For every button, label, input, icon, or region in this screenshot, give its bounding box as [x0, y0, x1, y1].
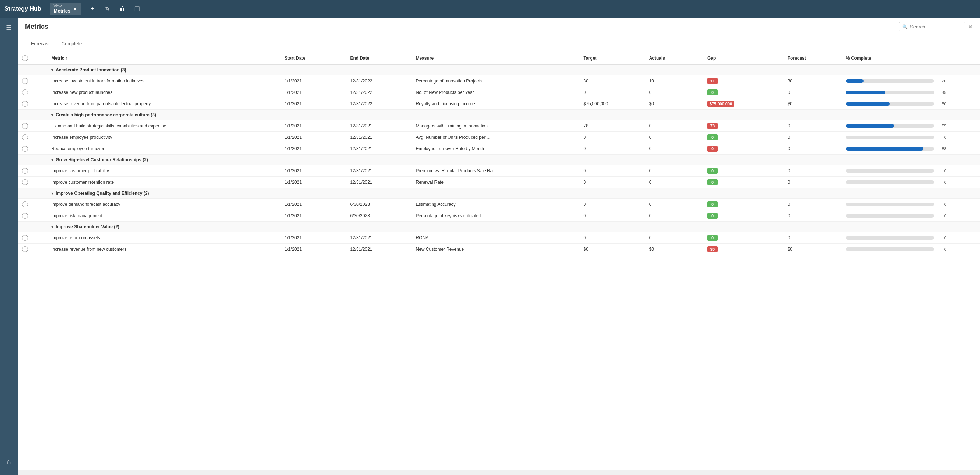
collapse-icon[interactable]: ▾ [51, 68, 53, 73]
nav-label-small: View [54, 4, 71, 8]
close-icon[interactable]: ✕ [968, 24, 973, 30]
row-select-cell[interactable] [18, 87, 47, 98]
row-checkbox[interactable] [22, 168, 28, 174]
row-select-cell[interactable] [18, 98, 47, 110]
row-checkbox[interactable] [22, 246, 28, 252]
row-actuals: $0 [645, 98, 703, 110]
row-actuals: 19 [645, 75, 703, 87]
collapse-icon[interactable]: ▾ [51, 191, 53, 196]
content-header: Metrics 🔍 ✕ [18, 17, 980, 36]
progress-track [846, 91, 934, 94]
home-button[interactable]: ⌂ [2, 454, 16, 469]
collapse-icon[interactable]: ▾ [51, 225, 53, 229]
row-start-date: 1/1/2021 [280, 177, 345, 188]
col-header-select[interactable] [18, 52, 47, 64]
bottom-scrollbar[interactable] [18, 470, 980, 475]
row-forecast: $0 [783, 98, 842, 110]
group-header: ▾ Improve Operating Quality and Efficien… [18, 188, 980, 199]
gap-badge: 0 [707, 168, 718, 174]
col-header-end-date[interactable]: End Date [345, 52, 411, 64]
row-select-cell[interactable] [18, 177, 47, 188]
progress-track [846, 79, 934, 83]
row-checkbox[interactable] [22, 101, 28, 107]
row-gap: 0 [703, 199, 783, 210]
view-metrics-dropdown[interactable]: View Metrics ▼ [50, 3, 81, 15]
group-name-cell: ▾ Improve Operating Quality and Efficien… [47, 188, 980, 199]
row-start-date: 1/1/2021 [280, 121, 345, 132]
row-select-cell[interactable] [18, 232, 47, 244]
row-complete: 88 [842, 143, 951, 155]
row-complete: 0 [842, 199, 951, 210]
group-select-cell [18, 188, 47, 199]
row-checkbox[interactable] [22, 89, 28, 95]
row-end-date: 12/31/2021 [345, 143, 411, 155]
add-button[interactable]: + [87, 3, 99, 15]
collapse-icon[interactable]: ▾ [51, 157, 53, 162]
delete-button[interactable]: 🗑 [116, 3, 128, 15]
row-select-cell[interactable] [18, 244, 47, 255]
table-wrapper[interactable]: Metric ↑ Start Date End Date Measure Tar… [18, 52, 980, 470]
row-checkbox[interactable] [22, 235, 28, 241]
gap-badge: 11 [707, 78, 718, 84]
row-target: 0 [579, 132, 645, 143]
group-header: ▾ Accelerate Product Innovation (3) [18, 64, 980, 75]
row-target: $0 [579, 244, 645, 255]
row-measure: Avg. Number of Units Produced per ... [412, 132, 579, 143]
row-select-cell[interactable] [18, 143, 47, 155]
col-header-forecast[interactable]: Forecast [783, 52, 842, 64]
search-input[interactable] [910, 24, 962, 29]
row-measure: Managers with Training in Innovation ... [412, 121, 579, 132]
row-select-cell[interactable] [18, 165, 47, 177]
group-header: ▾ Create a high-performance corporate cu… [18, 110, 980, 121]
row-start-date: 1/1/2021 [280, 75, 345, 87]
group-name: Grow High-level Customer Relationships (… [56, 157, 148, 162]
row-select-cell[interactable] [18, 210, 47, 222]
row-select-cell[interactable] [18, 121, 47, 132]
row-complete: 0 [842, 165, 951, 177]
col-header-start-date[interactable]: Start Date [280, 52, 345, 64]
row-target: 0 [579, 143, 645, 155]
hamburger-menu-button[interactable]: ☰ [2, 21, 16, 35]
main-layout: ☰ ⌂ Metrics 🔍 ✕ Forecast Complete [0, 17, 980, 475]
progress-value: 0 [936, 247, 947, 251]
row-select-cell[interactable] [18, 132, 47, 143]
row-actuals: 0 [645, 132, 703, 143]
group-select-cell [18, 110, 47, 121]
col-header-metric[interactable]: Metric ↑ [47, 52, 280, 64]
table-row: Improve customer profitability 1/1/2021 … [18, 165, 980, 177]
row-checkbox[interactable] [22, 180, 28, 185]
row-start-date: 1/1/2021 [280, 87, 345, 98]
tab-complete[interactable]: Complete [56, 36, 88, 52]
row-checkbox[interactable] [22, 146, 28, 152]
row-checkbox[interactable] [22, 123, 28, 129]
row-forecast: 0 [783, 132, 842, 143]
content-area: Metrics 🔍 ✕ Forecast Complete [18, 17, 980, 475]
search-box[interactable]: 🔍 [899, 22, 965, 31]
row-checkbox[interactable] [22, 134, 28, 140]
col-header-gap[interactable]: Gap [703, 52, 783, 64]
row-extra [951, 177, 980, 188]
collapse-icon[interactable]: ▾ [51, 113, 53, 118]
select-all-checkbox[interactable] [22, 55, 28, 61]
page-title: Metrics [25, 23, 48, 30]
row-gap: 0 [703, 177, 783, 188]
row-gap: $75,000,000 [703, 98, 783, 110]
row-checkbox[interactable] [22, 78, 28, 84]
copy-button[interactable]: ❐ [131, 3, 143, 15]
row-select-cell[interactable] [18, 75, 47, 87]
col-header-complete[interactable]: % Complete [842, 52, 951, 64]
edit-button[interactable]: ✎ [102, 3, 113, 15]
col-header-actuals[interactable]: Actuals [645, 52, 703, 64]
group-name: Improve Operating Quality and Efficiency… [56, 191, 149, 196]
row-actuals: 0 [645, 232, 703, 244]
gap-badge: $0 [707, 246, 718, 252]
tab-forecast[interactable]: Forecast [25, 36, 56, 52]
row-checkbox[interactable] [22, 213, 28, 219]
left-sidebar: ☰ ⌂ [0, 17, 18, 475]
row-checkbox[interactable] [22, 202, 28, 207]
row-actuals: 0 [645, 87, 703, 98]
col-header-measure[interactable]: Measure [412, 52, 579, 64]
col-header-target[interactable]: Target [579, 52, 645, 64]
row-select-cell[interactable] [18, 199, 47, 210]
row-measure: Employee Turnover Rate by Month [412, 143, 579, 155]
